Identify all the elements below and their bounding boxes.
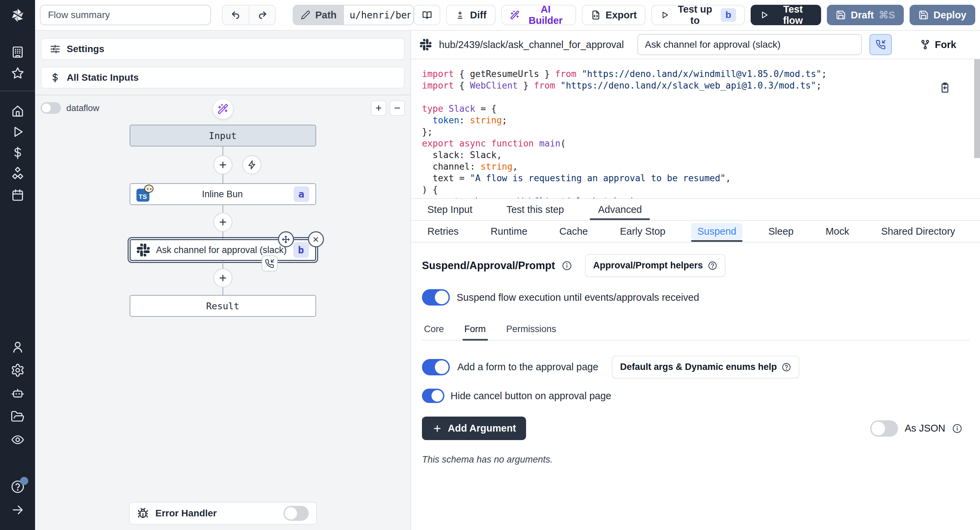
path-value-input[interactable]	[344, 5, 414, 24]
code-line[interactable]: const web = new WebClient(slack.token);	[422, 196, 970, 199]
robot-icon[interactable]	[10, 386, 25, 401]
add-step-button[interactable]	[213, 212, 232, 231]
code-line[interactable]: };	[422, 126, 970, 137]
code-line[interactable]: import { getResumeUrls } from "https://d…	[422, 68, 970, 80]
delete-step-button[interactable]	[308, 231, 324, 247]
code-editor[interactable]: import { getResumeUrls } from "https://d…	[411, 59, 980, 199]
rail-divider	[0, 91, 35, 91]
code-line[interactable]: import { WebClient } from "https://deno.…	[422, 80, 970, 91]
approval-helpers-button[interactable]: Approval/Prompt helpers	[585, 254, 725, 277]
building-icon[interactable]	[10, 44, 25, 60]
error-handler-toggle[interactable]	[283, 506, 309, 521]
boxes-icon[interactable]	[10, 166, 25, 182]
tab-test-this-step[interactable]: Test this step	[500, 199, 570, 220]
advanced-tabs-row: RetriesRuntimeCacheEarly StopSuspendSlee…	[411, 221, 980, 243]
zoom-out-button[interactable]: −	[390, 101, 405, 116]
approval-mode-button[interactable]	[869, 34, 892, 55]
diff-button[interactable]: Diff	[446, 5, 495, 25]
eye-icon[interactable]	[10, 432, 25, 448]
node-stack: Input	[35, 125, 410, 317]
code-line[interactable]: ) {	[422, 184, 970, 196]
gear-icon[interactable]	[10, 362, 25, 378]
help-circle-icon	[708, 261, 717, 270]
step-name-input[interactable]	[637, 34, 862, 55]
play-icon[interactable]	[10, 124, 25, 140]
clipboard-copy-icon[interactable]	[939, 82, 951, 93]
fork-button[interactable]: Fork	[920, 39, 956, 50]
arrow-right-icon[interactable]	[10, 502, 25, 518]
deploy-button[interactable]: Deploy	[910, 5, 975, 25]
tab-shared-directory[interactable]: Shared Directory	[875, 221, 961, 242]
tab-early-stop[interactable]: Early Stop	[614, 221, 672, 242]
code-line[interactable]	[422, 91, 970, 103]
dollar-icon[interactable]	[10, 145, 25, 161]
hide-cancel-toggle[interactable]	[422, 389, 444, 403]
add-argument-button[interactable]: Add Argument	[422, 417, 526, 440]
add-step-button[interactable]	[213, 155, 232, 174]
tab-step-input[interactable]: Step Input	[421, 199, 479, 220]
ai-flow-button[interactable]	[213, 99, 233, 119]
test-flow-button[interactable]: Test flow	[751, 5, 821, 25]
suspend-toggle-label: Suspend flow execution until events/appr…	[457, 292, 699, 303]
tab-retries[interactable]: Retries	[421, 221, 465, 242]
tab-suspend[interactable]: Suspend	[691, 221, 743, 242]
flow-graph-panel: Settings All Static Inputs dataflow	[35, 31, 411, 530]
subtab-core[interactable]: Core	[423, 319, 445, 340]
close-icon	[311, 235, 320, 244]
windmill-logo[interactable]	[0, 0, 35, 31]
as-json-toggle[interactable]	[870, 420, 898, 437]
flow-settings-button[interactable]: Settings	[41, 38, 404, 60]
default-args-help-button[interactable]: Default args & Dynamic enums help	[612, 356, 799, 378]
code-scrollbar[interactable]	[974, 59, 980, 158]
code-line[interactable]: channel: string,	[422, 161, 970, 172]
edit-path-button[interactable]: Path	[293, 5, 344, 24]
add-step-button[interactable]	[213, 268, 232, 287]
result-node[interactable]: Result	[130, 295, 316, 317]
tab-cache[interactable]: Cache	[553, 221, 594, 242]
redo-button[interactable]	[249, 5, 275, 24]
all-static-inputs-button[interactable]: All Static Inputs	[41, 67, 404, 89]
flow-canvas[interactable]: dataflow + − Input	[35, 95, 410, 530]
wand-sparkles-icon	[510, 10, 520, 20]
dataflow-toggle[interactable]	[40, 102, 61, 114]
calendar-icon[interactable]	[10, 187, 25, 203]
help-circle-icon[interactable]	[10, 479, 25, 495]
draft-button[interactable]: Draft ⌘S	[827, 5, 904, 25]
docs-button[interactable]	[414, 5, 440, 25]
add-form-toggle[interactable]	[422, 359, 450, 375]
code-line[interactable]: export async function main(	[422, 137, 970, 149]
undo-button[interactable]	[223, 5, 249, 24]
zoom-in-button[interactable]: +	[371, 101, 386, 116]
user-icon[interactable]	[10, 339, 25, 355]
info-icon[interactable]	[952, 423, 962, 434]
code-line[interactable]: type Slack = {	[422, 103, 970, 115]
info-icon[interactable]	[562, 260, 572, 271]
folder-open-icon[interactable]	[10, 409, 25, 425]
subtab-form[interactable]: Form	[464, 319, 487, 340]
approval-step-indicator[interactable]	[262, 255, 278, 271]
step-b-node[interactable]: Ask channel for approval (slack) b	[130, 239, 316, 261]
tab-runtime[interactable]: Runtime	[485, 221, 533, 242]
tab-mock[interactable]: Mock	[819, 221, 855, 242]
code-content[interactable]: import { getResumeUrls } from "https://d…	[422, 68, 970, 199]
test-up-to-button[interactable]: Test up to b	[651, 5, 745, 25]
code-line[interactable]: token: string;	[422, 115, 970, 126]
move-step-handle[interactable]	[278, 231, 294, 247]
subtab-permissions[interactable]: Permissions	[506, 319, 557, 340]
input-node[interactable]: Input	[130, 125, 316, 147]
tab-sleep[interactable]: Sleep	[762, 221, 800, 242]
step-detail-panel: hub/2439/slack/ask_channel_for_approval …	[411, 31, 980, 530]
home-icon[interactable]	[10, 103, 25, 118]
code-line[interactable]: text = "A flow is requesting an approval…	[422, 172, 970, 184]
tab-advanced[interactable]: Advanced	[592, 199, 648, 220]
flow-summary-input[interactable]	[40, 5, 211, 25]
file-code-icon	[591, 10, 601, 20]
trigger-button[interactable]	[242, 155, 261, 174]
code-line[interactable]: slack: Slack,	[422, 149, 970, 161]
star-icon[interactable]	[10, 65, 25, 81]
suspend-toggle[interactable]	[422, 289, 450, 305]
ai-builder-button[interactable]: AI Builder	[501, 5, 576, 25]
step-a-node[interactable]: TS Inline Bun a	[130, 183, 316, 205]
error-handler-card[interactable]: Error Handler	[129, 502, 317, 525]
export-button[interactable]: Export	[582, 5, 646, 25]
